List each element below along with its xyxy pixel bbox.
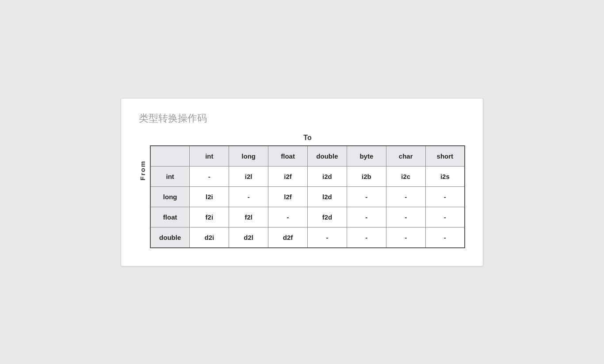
header-float: float bbox=[268, 146, 308, 167]
cell-long-short: - bbox=[425, 186, 465, 207]
table-row: longl2i-l2fl2d--- bbox=[150, 186, 465, 207]
cell-float-double: f2d bbox=[308, 207, 347, 227]
table-row: floatf2if2l-f2d--- bbox=[150, 207, 465, 227]
conversion-table: intlongfloatdoublebytecharshort int-i2li… bbox=[150, 145, 465, 248]
header-char: char bbox=[386, 146, 425, 167]
row-header-double: double bbox=[150, 227, 190, 248]
cell-int-byte: i2b bbox=[347, 166, 386, 186]
cell-long-byte: - bbox=[347, 186, 386, 207]
cell-int-float: i2f bbox=[268, 166, 308, 186]
cell-double-long: d2l bbox=[229, 227, 268, 248]
cell-double-byte: - bbox=[347, 227, 386, 248]
cell-int-double: i2d bbox=[308, 166, 347, 186]
cell-long-char: - bbox=[386, 186, 425, 207]
header-short: short bbox=[425, 146, 465, 167]
table-row: int-i2li2fi2di2bi2ci2s bbox=[150, 166, 465, 186]
cell-float-float: - bbox=[268, 207, 308, 227]
card-title: 类型转换操作码 bbox=[139, 112, 465, 125]
cell-float-long: f2l bbox=[229, 207, 268, 227]
row-header-int: int bbox=[150, 166, 190, 186]
cell-long-double: l2d bbox=[308, 186, 347, 207]
cell-int-short: i2s bbox=[425, 166, 465, 186]
to-label: To bbox=[303, 134, 311, 142]
header-byte: byte bbox=[347, 146, 386, 167]
cell-double-float: d2f bbox=[268, 227, 308, 248]
cell-long-float: l2f bbox=[268, 186, 308, 207]
cell-float-char: - bbox=[386, 207, 425, 227]
from-label-container: From bbox=[139, 160, 146, 181]
cell-double-double: - bbox=[308, 227, 347, 248]
cell-float-short: - bbox=[425, 207, 465, 227]
header-double: double bbox=[308, 146, 347, 167]
cell-float-byte: - bbox=[347, 207, 386, 227]
cell-float-int: f2i bbox=[190, 207, 229, 227]
cell-double-short: - bbox=[425, 227, 465, 248]
table-row: doubled2id2ld2f---- bbox=[150, 227, 465, 248]
main-card: 类型转换操作码 From To intlongfloatdoublebytech… bbox=[121, 98, 483, 266]
cell-long-long: - bbox=[229, 186, 268, 207]
cell-int-long: i2l bbox=[229, 166, 268, 186]
table-section: To intlongfloatdoublebytecharshort int-i… bbox=[150, 134, 465, 248]
header-long: long bbox=[229, 146, 268, 167]
row-header-float: float bbox=[150, 207, 190, 227]
corner-header bbox=[150, 146, 190, 167]
cell-int-int: - bbox=[190, 166, 229, 186]
cell-double-int: d2i bbox=[190, 227, 229, 248]
header-row: intlongfloatdoublebytecharshort bbox=[150, 146, 465, 167]
row-header-long: long bbox=[150, 186, 190, 207]
table-wrapper: From To intlongfloatdoublebytecharshort … bbox=[139, 134, 465, 248]
from-label: From bbox=[139, 160, 146, 181]
cell-int-char: i2c bbox=[386, 166, 425, 186]
header-int: int bbox=[190, 146, 229, 167]
cell-double-char: - bbox=[386, 227, 425, 248]
cell-long-int: l2i bbox=[190, 186, 229, 207]
